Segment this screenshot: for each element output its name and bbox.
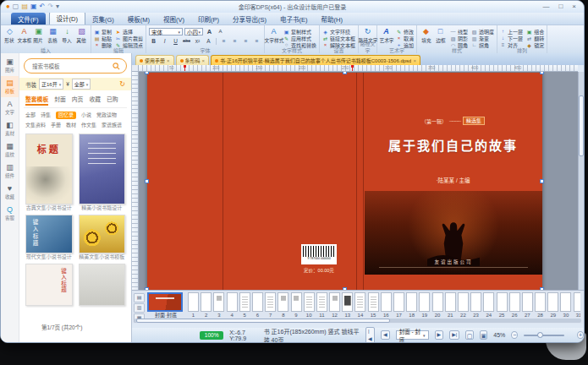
category-chip[interactable]: 作文集 <box>81 122 96 129</box>
filmstrip-page[interactable] <box>342 292 353 312</box>
template-thumbnail[interactable]: 标题 <box>25 133 73 204</box>
close-tab-icon[interactable]: × <box>167 58 170 63</box>
filmstrip-page[interactable] <box>239 292 250 312</box>
price-select[interactable]: 全部▾ <box>72 79 91 90</box>
menu-tab[interactable]: 电子书(E) <box>273 13 315 25</box>
filmstrip-cover-thumbnail[interactable] <box>147 292 183 312</box>
filmstrip-page[interactable] <box>497 292 508 312</box>
increase-font-button[interactable]: A <box>205 27 214 36</box>
filmstrip-page[interactable] <box>265 292 276 312</box>
filmstrip-page[interactable] <box>445 292 456 312</box>
refresh-icon[interactable]: ↻ <box>119 80 125 88</box>
filmstrip-page[interactable] <box>316 292 327 312</box>
selection-handle[interactable] <box>343 72 347 74</box>
template-thumbnail[interactable]: 键入标题 <box>25 215 73 253</box>
filmstrip-page[interactable] <box>560 292 571 312</box>
search-input[interactable] <box>30 63 109 70</box>
ruler-marker[interactable] <box>184 65 185 71</box>
selection-handle[interactable] <box>540 72 544 74</box>
last-page-button[interactable]: ▶| <box>449 330 459 340</box>
zoom-out-button[interactable]: − <box>511 331 518 339</box>
filmstrip-page[interactable] <box>188 292 199 312</box>
zoom-slider[interactable] <box>524 335 564 336</box>
cover-author[interactable]: ·陆某某 / 主编 <box>364 176 542 184</box>
sidebar-item-materials[interactable]: ◧素材 <box>1 118 19 139</box>
template-thumbnail[interactable] <box>79 133 126 204</box>
menu-tab[interactable]: 视图(V) <box>157 13 191 25</box>
search-box[interactable] <box>24 58 127 74</box>
close-tab-icon[interactable]: × <box>413 58 416 63</box>
filmstrip-page[interactable] <box>406 292 417 312</box>
align-button[interactable]: ≡ <box>219 36 228 46</box>
series-label[interactable]: （第一辑） <box>421 117 447 125</box>
previous-page-button[interactable]: ◀ <box>381 330 390 340</box>
category-chip[interactable]: 小说 <box>81 112 91 119</box>
cover-photo[interactable]: 友谊出版公司 <box>365 191 542 275</box>
selection-handle[interactable] <box>145 179 149 183</box>
size-select[interactable]: 正16开▾ <box>39 79 63 90</box>
ribbon-big-button[interactable]: ▦表格 <box>47 27 59 44</box>
filmstrip-page[interactable] <box>252 292 263 312</box>
filmstrip-page[interactable] <box>419 292 430 312</box>
template-thumbnail[interactable]: 键入标题 <box>25 264 73 306</box>
filmstrip-page[interactable] <box>483 292 494 312</box>
filmstrip-page[interactable] <box>547 292 558 312</box>
font-name-select[interactable]: 宋体▾ <box>149 28 183 35</box>
panel-tab[interactable]: 封面 <box>54 95 66 106</box>
format-button[interactable]: B <box>149 36 158 46</box>
scrollbar-thumb[interactable] <box>136 319 390 323</box>
menu-tab[interactable]: 分享导出(S) <box>226 13 273 25</box>
vertical-scrollbar[interactable] <box>578 72 584 290</box>
category-chip[interactable]: 文集资料 <box>25 122 46 129</box>
filmstrip-page[interactable] <box>201 292 212 312</box>
format-button[interactable]: abc <box>182 36 191 46</box>
align-button[interactable]: ≡ <box>230 36 239 46</box>
close-button[interactable]: × <box>572 2 576 11</box>
ribbon-big-button[interactable]: ▧其他 <box>75 27 88 44</box>
book-cover-spread[interactable]: 9 787000 000000 定价：00.00元 （第一辑） ──── 精选集… <box>147 73 542 290</box>
format-button[interactable]: U <box>171 36 180 46</box>
front-cover[interactable]: （第一辑） ──── 精选集 属于我们自己的故事 ·陆某某 / 主编 友谊出版公… <box>364 73 542 290</box>
price-text[interactable]: 定价：00.00元 <box>294 267 343 274</box>
next-page-button[interactable]: ▶ <box>435 330 444 340</box>
panel-tab[interactable]: 内页 <box>72 95 84 106</box>
canvas[interactable]: 9 787000 000000 定价：00.00元 （第一辑） ──── 精选集… <box>139 72 578 290</box>
category-chip[interactable]: 诗集 <box>41 112 51 119</box>
category-chip[interactable]: 手册 <box>51 122 61 129</box>
close-tab-icon[interactable]: × <box>202 58 206 63</box>
format-button[interactable]: I <box>160 36 169 46</box>
category-chip[interactable]: 家谱族谱 <box>102 122 122 129</box>
panel-tab[interactable]: 收藏 <box>89 95 101 106</box>
filmstrip-page[interactable] <box>354 292 365 312</box>
horizontal-scrollbar[interactable] <box>135 319 581 323</box>
publisher-text[interactable]: 友谊出版公司 <box>365 259 542 265</box>
ribbon-big-button[interactable]: ◇形状 <box>3 27 16 44</box>
page-select[interactable]: 封面 - 封底 ▾ <box>396 330 429 340</box>
filmstrip-page[interactable] <box>470 292 481 312</box>
ribbon-big-button[interactable]: □边框 <box>434 27 447 44</box>
filmstrip-page[interactable] <box>535 292 546 312</box>
filmstrip-page[interactable] <box>458 292 469 312</box>
panel-tab[interactable]: 整套模板 <box>25 95 48 106</box>
filmstrip-page[interactable] <box>227 292 238 312</box>
zoom-slider-knob[interactable] <box>537 332 543 338</box>
template-thumbnail[interactable] <box>79 264 126 306</box>
minimize-button[interactable]: — <box>542 2 549 11</box>
first-page-button[interactable]: |◀ <box>365 327 375 344</box>
filmstrip-page[interactable] <box>278 292 289 312</box>
page-list-icon[interactable]: ▤ <box>134 293 145 302</box>
category-chip[interactable]: 全部 <box>25 112 36 119</box>
filmstrip-page[interactable] <box>381 292 392 312</box>
cover-title[interactable]: 属于我们自己的故事 <box>364 136 542 154</box>
filmstrip-page[interactable] <box>304 292 315 312</box>
ribbon-big-button[interactable]: ▣图片 <box>32 27 45 44</box>
menu-tab[interactable]: 页集(G) <box>85 13 121 25</box>
zoom-in-button[interactable]: + <box>577 331 584 339</box>
template-thumbnail[interactable] <box>79 215 126 253</box>
filmstrip-page[interactable] <box>291 292 302 312</box>
series-badge[interactable]: 精选集 <box>463 117 485 125</box>
align-button[interactable]: ≡ <box>241 36 250 46</box>
sidebar-item-service[interactable]: Q客服 <box>1 203 19 224</box>
document-tab[interactable]: 条形码× <box>176 55 210 65</box>
document-tab[interactable]: 书-正16开织锦平装-精选属于我们自己的故事个人出书传记书籍模板C0003-15… <box>211 55 420 65</box>
